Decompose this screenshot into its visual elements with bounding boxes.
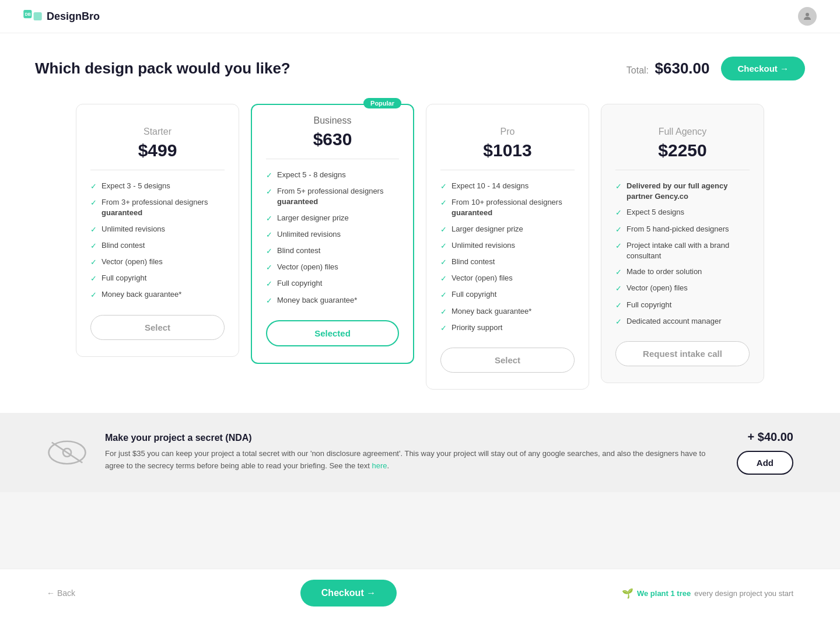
total-amount: $630.00	[655, 59, 710, 77]
page-title: Which design pack would you like?	[35, 59, 290, 78]
list-item: ✓From 5+ professional designers guarante…	[266, 186, 399, 207]
tree-icon: 🌱	[622, 588, 634, 599]
list-item: ✓Blind contest	[440, 257, 575, 268]
plan-card-pro: Pro $1013 ✓Expect 10 - 14 designs ✓From …	[426, 104, 589, 390]
plan-price-full-agency: $2250	[615, 141, 750, 160]
list-item: ✓Blind contest	[90, 240, 225, 251]
total-label: Total: $630.00	[626, 59, 710, 78]
business-selected-button[interactable]: Selected	[266, 320, 399, 346]
list-item: ✓Larger designer prize	[266, 213, 399, 224]
page-header: Which design pack would you like? Total:…	[35, 57, 805, 80]
svg-text:DB: DB	[25, 12, 31, 16]
starter-select-button[interactable]: Select	[90, 315, 225, 340]
plan-name-business: Business	[266, 115, 399, 126]
list-item: ✓Expect 5 - 8 designs	[266, 170, 399, 181]
list-item: ✓Full copyright	[266, 278, 399, 289]
list-item: ✓Unlimited revisions	[90, 224, 225, 235]
footer-bar: ← Back Checkout → 🌱 We plant 1 tree ever…	[0, 569, 840, 617]
list-item: ✓From 10+ professional designers guarant…	[440, 197, 575, 218]
footer-checkout-button[interactable]: Checkout →	[300, 580, 397, 607]
nda-price: + $40.00	[748, 430, 793, 444]
list-item: ✓Money back guarantee*	[266, 295, 399, 306]
pro-select-button[interactable]: Select	[440, 348, 575, 373]
plan-price-business: $630	[266, 129, 399, 149]
nda-price-add: + $40.00 Add	[737, 430, 793, 475]
list-item: ✓Unlimited revisions	[440, 240, 575, 251]
starter-features: ✓Expect 3 - 5 designs ✓From 3+ professio…	[90, 181, 225, 301]
back-button[interactable]: ← Back	[47, 588, 75, 598]
popular-badge: Popular	[363, 98, 401, 108]
list-item: ✓Dedicated account manager	[615, 316, 750, 327]
logo-icon: DB	[23, 10, 42, 23]
pricing-cards: Starter $499 ✓Expect 3 - 5 designs ✓From…	[35, 104, 805, 390]
list-item: ✓Full copyright	[440, 289, 575, 300]
list-item: ✓From 3+ professional designers guarante…	[90, 197, 225, 218]
tree-message: 🌱 We plant 1 tree every design project y…	[622, 588, 793, 599]
main-content: Which design pack would you like? Total:…	[0, 33, 840, 413]
nda-section: Make your project a secret (NDA) For jus…	[0, 413, 840, 492]
plan-name-full-agency: Full Agency	[615, 127, 750, 137]
nda-title: Make your project a secret (NDA)	[105, 433, 719, 443]
pro-features: ✓Expect 10 - 14 designs ✓From 10+ profes…	[440, 181, 575, 334]
list-item: ✓Money back guarantee*	[440, 306, 575, 317]
list-item: ✓Priority support	[440, 322, 575, 334]
full-agency-features: ✓Delivered by our full agency partner Ge…	[615, 181, 750, 327]
plan-card-full-agency: Full Agency $2250 ✓Delivered by our full…	[601, 104, 764, 383]
svg-rect-1	[34, 12, 42, 20]
plan-card-starter: Starter $499 ✓Expect 3 - 5 designs ✓From…	[76, 104, 239, 357]
plan-card-business: Popular Business $630 ✓Expect 5 - 8 desi…	[251, 104, 414, 364]
list-item: ✓Made to order solution	[615, 267, 750, 278]
list-item: ✓Delivered by our full agency partner Ge…	[615, 181, 750, 202]
svg-line-6	[52, 442, 83, 462]
list-item: ✓Unlimited revisions	[266, 229, 399, 240]
list-item: ✓From 5 hand-picked designers	[615, 224, 750, 235]
list-item: ✓Project intake call with a brand consul…	[615, 240, 750, 261]
list-item: ✓Vector (open) files	[90, 257, 225, 268]
svg-point-3	[806, 13, 809, 16]
full-agency-intake-button[interactable]: Request intake call	[615, 341, 750, 366]
list-item: ✓Money back guarantee*	[90, 289, 225, 300]
nda-icon	[47, 432, 88, 473]
list-item: ✓Vector (open) files	[440, 273, 575, 284]
plan-price-starter: $499	[90, 141, 225, 160]
header-checkout-button[interactable]: Checkout →	[721, 57, 805, 80]
list-item: ✓Expect 10 - 14 designs	[440, 181, 575, 192]
list-item: ✓Vector (open) files	[615, 283, 750, 294]
nda-description: For just $35 you can keep your project a…	[105, 448, 719, 472]
nda-text-block: Make your project a secret (NDA) For jus…	[105, 433, 719, 472]
list-item: ✓Expect 5 designs	[615, 207, 750, 218]
list-item: ✓Larger designer prize	[440, 224, 575, 235]
total-checkout-section: Total: $630.00 Checkout →	[626, 57, 805, 80]
nda-add-button[interactable]: Add	[737, 451, 793, 475]
list-item: ✓Vector (open) files	[266, 262, 399, 273]
list-item: ✓Blind contest	[266, 246, 399, 257]
nda-link[interactable]: here	[372, 461, 387, 470]
plan-name-starter: Starter	[90, 127, 225, 137]
list-item: ✓Full copyright	[615, 300, 750, 311]
logo: DB DesignBro	[23, 10, 100, 23]
list-item: ✓Expect 3 - 5 designs	[90, 181, 225, 192]
plan-name-pro: Pro	[440, 127, 575, 137]
plan-price-pro: $1013	[440, 141, 575, 160]
header: DB DesignBro	[0, 0, 840, 33]
business-features: ✓Expect 5 - 8 designs ✓From 5+ professio…	[266, 170, 399, 306]
user-avatar[interactable]	[798, 7, 817, 26]
list-item: ✓Full copyright	[90, 273, 225, 284]
